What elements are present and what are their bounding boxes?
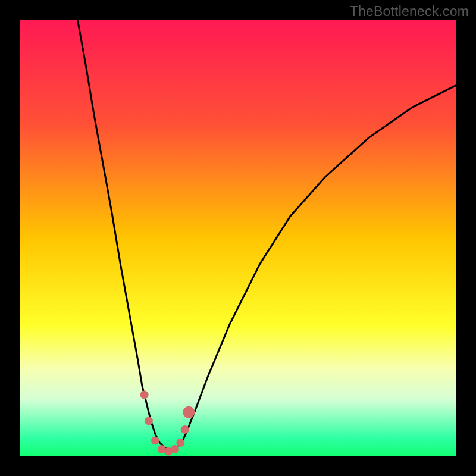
marker-point — [145, 416, 153, 425]
watermark-text: TheBottleneck.com — [350, 4, 469, 20]
marker-point — [183, 406, 195, 418]
marker-point — [181, 425, 189, 434]
chart-frame: TheBottleneck.com — [0, 0, 476, 476]
marker-point — [176, 439, 184, 447]
marker-point — [140, 391, 149, 399]
chart-svg — [20, 20, 456, 456]
plot-area — [20, 20, 456, 456]
gradient-background — [20, 20, 456, 456]
marker-point — [171, 445, 179, 453]
marker-point — [151, 436, 159, 444]
